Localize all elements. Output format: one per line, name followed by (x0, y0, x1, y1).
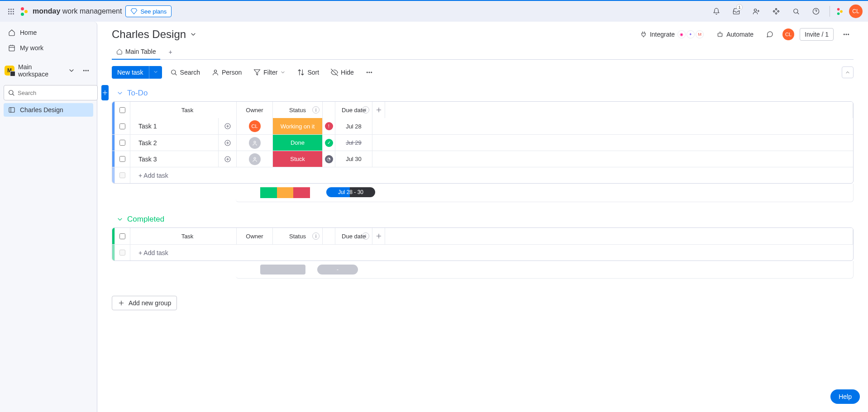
owner-cell[interactable] (237, 135, 273, 151)
tab-main-table[interactable]: Main Table (112, 44, 160, 60)
status-cell[interactable]: Stuck (273, 151, 323, 167)
workspace-badge: M (5, 66, 14, 76)
spacer (372, 135, 853, 151)
table-row[interactable]: Task 3Stuck◔Jul 30 (112, 151, 853, 167)
column-task[interactable]: Task (130, 102, 237, 118)
column-due-date[interactable]: Due datei (335, 102, 372, 118)
apps-icon[interactable] (768, 3, 784, 19)
date-summary[interactable]: Jul 28 - 30 (326, 187, 375, 197)
search-everything-icon[interactable] (788, 3, 804, 19)
toolbar-search-button[interactable]: Search (167, 66, 204, 78)
products-switcher-icon[interactable] (835, 6, 845, 16)
collapse-toggle[interactable] (842, 66, 854, 78)
open-item-icon[interactable] (219, 151, 237, 167)
board-title[interactable]: Charles Design (112, 28, 197, 41)
toolbar-sort-button[interactable]: Sort (294, 66, 323, 78)
sidebar-search-input[interactable] (18, 90, 94, 96)
workspace-chevron-icon[interactable] (65, 64, 78, 77)
group-todo-header[interactable]: To-Do (116, 89, 854, 98)
add-view-button[interactable]: + (164, 45, 176, 59)
board-owner-avatar[interactable]: CL (782, 28, 794, 40)
new-task-dropdown[interactable] (149, 66, 162, 79)
select-all-checkbox[interactable] (115, 228, 130, 244)
add-task-label: + Add task (130, 245, 853, 260)
table-header: Task Owner Statusi Due datei (112, 102, 853, 118)
board-discussion-icon[interactable] (763, 28, 777, 40)
column-task[interactable]: Task (130, 228, 237, 244)
workspace-header[interactable]: M Main workspace (4, 60, 93, 81)
nav-home[interactable]: Home (4, 25, 93, 40)
sidebar-board-item[interactable]: Charles Design (4, 103, 93, 117)
brand[interactable]: monday work management (20, 6, 122, 16)
status-indicator-icon: ! (325, 122, 333, 130)
status-indicator-icon: ◔ (325, 155, 333, 163)
nav-home-label: Home (20, 29, 37, 36)
see-plans-button[interactable]: See plans (125, 5, 172, 17)
add-column-button[interactable] (372, 102, 385, 118)
add-task-row[interactable]: + Add task (112, 244, 853, 260)
add-task-row[interactable]: + Add task (112, 167, 853, 183)
row-checkbox[interactable] (115, 151, 130, 167)
status-summary[interactable] (260, 187, 310, 198)
invite-members-icon[interactable] (748, 3, 764, 19)
new-task-button[interactable]: New task (112, 66, 162, 79)
owner-cell[interactable] (237, 151, 273, 167)
plug-icon (640, 31, 647, 38)
task-name-cell[interactable]: Task 2 (130, 135, 219, 151)
column-due-date[interactable]: Due datei (335, 228, 372, 244)
due-date-cell[interactable]: Jul 28 (335, 118, 372, 134)
column-owner[interactable]: Owner (237, 102, 273, 118)
toolbar-hide-button[interactable]: Hide (327, 66, 358, 78)
svg-point-14 (214, 70, 216, 72)
integrate-button[interactable]: Integrate ◉✦M (636, 28, 707, 41)
help-icon[interactable] (808, 3, 824, 19)
toolbar-person-button[interactable]: Person (208, 66, 245, 78)
task-name-cell[interactable]: Task 1 (130, 118, 219, 134)
table-row[interactable]: Task 2Done✓Jul 29 (112, 134, 853, 151)
group-completed-header[interactable]: Completed (116, 215, 854, 224)
owner-cell[interactable]: CL (237, 118, 273, 134)
open-item-icon[interactable] (219, 135, 237, 151)
info-icon[interactable]: i (362, 232, 369, 240)
add-new-group-button[interactable]: Add new group (112, 296, 177, 310)
profile-avatar[interactable]: CL (849, 5, 863, 18)
sidebar-search[interactable] (4, 85, 98, 100)
table-row[interactable]: Task 1CLWorking on it!Jul 28 (112, 118, 853, 134)
open-item-icon[interactable] (219, 118, 237, 134)
app-switcher-icon[interactable] (5, 6, 16, 17)
info-icon[interactable]: i (362, 106, 369, 114)
due-date-cell[interactable]: Jul 29 (335, 135, 372, 151)
status-cell[interactable]: Working on it (273, 118, 323, 134)
nav-my-work[interactable]: My work (4, 41, 93, 55)
board-options-icon[interactable] (839, 28, 854, 40)
toolbar-more-icon[interactable] (362, 66, 377, 78)
info-icon[interactable]: i (312, 232, 320, 240)
status-cell[interactable]: Done (273, 135, 323, 151)
invite-button[interactable]: Invite / 1 (800, 28, 834, 41)
add-column-button[interactable] (372, 228, 385, 244)
column-status[interactable]: Statusi (273, 102, 323, 118)
toolbar-filter-button[interactable]: Filter (250, 66, 289, 78)
column-owner[interactable]: Owner (237, 228, 273, 244)
inbox-icon[interactable]: 1 (728, 3, 744, 19)
notifications-icon[interactable] (708, 3, 725, 19)
home-icon (116, 48, 123, 55)
svg-point-0 (754, 9, 756, 11)
row-checkbox[interactable] (115, 118, 130, 134)
status-indicator-icon: ✓ (325, 139, 333, 147)
info-icon[interactable]: i (312, 106, 320, 114)
help-button[interactable]: Help (830, 389, 860, 404)
hide-icon (331, 69, 338, 76)
home-icon (8, 29, 15, 36)
svg-point-6 (88, 70, 89, 71)
spacer (385, 102, 853, 118)
workspace-menu-icon[interactable] (80, 64, 92, 77)
task-name-cell[interactable]: Task 3 (130, 151, 219, 167)
add-task-label: + Add task (130, 167, 853, 183)
column-status[interactable]: Statusi (273, 228, 323, 244)
row-checkbox[interactable] (115, 135, 130, 151)
due-date-cell[interactable]: Jul 30 (335, 151, 372, 167)
svg-point-1 (794, 9, 798, 13)
select-all-checkbox[interactable] (115, 102, 130, 118)
automate-button[interactable]: Automate (713, 28, 757, 40)
